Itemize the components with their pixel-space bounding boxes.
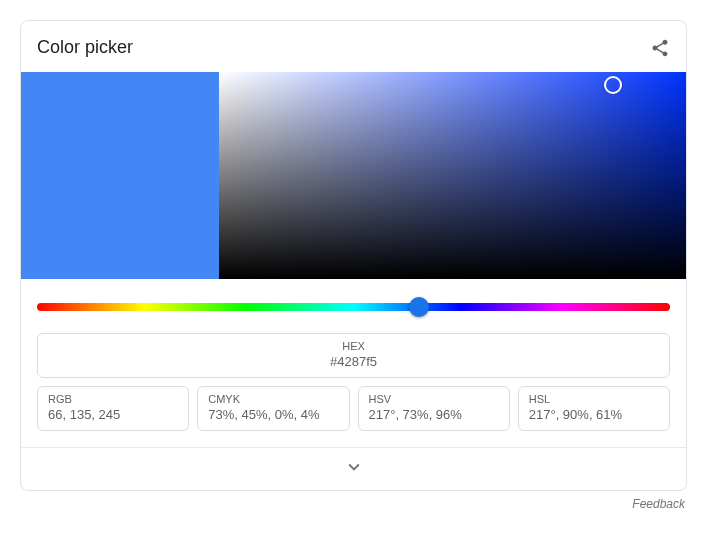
hue-track (37, 303, 670, 311)
hex-box[interactable]: HEX #4287f5 (37, 333, 670, 378)
rgb-label: RGB (48, 393, 178, 405)
cmyk-box[interactable]: CMYK 73%, 45%, 0%, 4% (197, 386, 349, 431)
hex-label: HEX (38, 340, 669, 352)
color-picker-card: Color picker HEX #4287f5 RGB 66, 135, 24… (20, 20, 687, 491)
sv-handle[interactable] (604, 76, 622, 94)
rgb-box[interactable]: RGB 66, 135, 245 (37, 386, 189, 431)
hsl-label: HSL (529, 393, 659, 405)
hsv-label: HSV (369, 393, 499, 405)
hex-value: #4287f5 (38, 354, 669, 369)
color-swatch (21, 72, 219, 279)
saturation-value-field[interactable] (219, 72, 686, 279)
title: Color picker (37, 37, 133, 58)
header: Color picker (21, 21, 686, 72)
hue-slider[interactable] (37, 295, 670, 319)
cmyk-label: CMYK (208, 393, 338, 405)
rgb-value: 66, 135, 245 (48, 407, 178, 422)
feedback-link[interactable]: Feedback (20, 497, 687, 511)
controls: HEX #4287f5 RGB 66, 135, 245 CMYK 73%, 4… (21, 279, 686, 447)
hsl-box[interactable]: HSL 217°, 90%, 61% (518, 386, 670, 431)
hue-handle[interactable] (409, 297, 429, 317)
chevron-down-icon (343, 456, 365, 478)
formats-row: RGB 66, 135, 245 CMYK 73%, 45%, 0%, 4% H… (37, 386, 670, 431)
hsv-value: 217°, 73%, 96% (369, 407, 499, 422)
cmyk-value: 73%, 45%, 0%, 4% (208, 407, 338, 422)
hsl-value: 217°, 90%, 61% (529, 407, 659, 422)
picker-area (21, 72, 686, 279)
expand-button[interactable] (21, 447, 686, 490)
hsv-box[interactable]: HSV 217°, 73%, 96% (358, 386, 510, 431)
share-icon[interactable] (650, 38, 670, 58)
